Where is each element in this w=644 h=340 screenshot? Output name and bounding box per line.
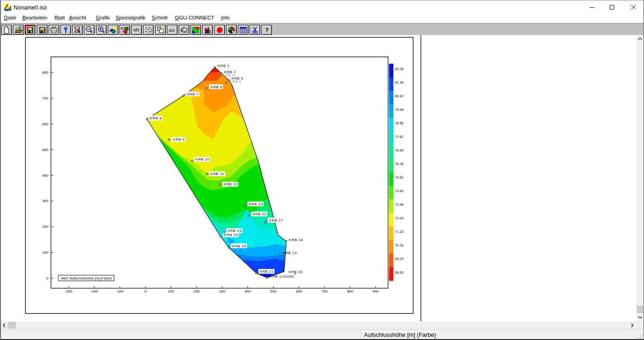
svg-text:-200: -200 (91, 289, 98, 293)
svg-text:900: 900 (373, 289, 379, 293)
svg-text:KRB 26: KRB 26 (232, 244, 246, 248)
svg-text:72.96: 72.96 (395, 203, 404, 207)
svg-text:600: 600 (42, 122, 49, 126)
svg-text:81.35: 81.35 (395, 80, 404, 85)
svg-text:73.89: 73.89 (395, 189, 404, 193)
svg-text:400: 400 (245, 289, 251, 293)
svg-text:KRB 13: KRB 13 (224, 182, 238, 186)
svg-text:74.82: 74.82 (395, 175, 404, 179)
svg-text:68.30: 68.30 (395, 270, 404, 274)
svg-text:K: K (121, 26, 124, 31)
svg-text:KRB 24: KRB 24 (224, 233, 238, 237)
svg-text:71.10: 71.10 (395, 230, 404, 234)
svg-text:0: 0 (145, 289, 147, 293)
svg-text:600: 600 (296, 289, 302, 293)
svg-text:KRB 21: KRB 21 (260, 269, 274, 274)
svg-text:500: 500 (42, 148, 49, 152)
svg-text:KRB 19: KRB 19 (283, 251, 297, 255)
svg-text:79.48: 79.48 (395, 108, 404, 112)
svg-text:700: 700 (322, 289, 328, 293)
svg-text:500: 500 (271, 289, 277, 293)
svg-text:KRB 1: KRB 1 (218, 64, 229, 68)
svg-text:100: 100 (168, 289, 174, 293)
svg-text:aut: aut (168, 28, 174, 33)
svg-text:700: 700 (42, 96, 49, 100)
svg-text:3: 3 (294, 273, 296, 275)
svg-text:200: 200 (194, 289, 200, 293)
svg-text:78.55: 78.55 (395, 121, 404, 125)
svg-text:70.16: 70.16 (395, 243, 404, 247)
svg-text:KRB 23: KRB 23 (228, 229, 242, 233)
svg-text:-100: -100 (116, 289, 124, 293)
svg-text:KRB 1/11033: KRB 1/11033 (270, 274, 294, 279)
svg-text:KRB 5: KRB 5 (229, 80, 241, 84)
svg-text:?: ? (265, 27, 269, 33)
svg-text:KRB 6: KRB 6 (210, 85, 222, 89)
svg-text:Wert: Aufschlusshöhe [m] (Farb: Wert: Aufschlusshöhe [m] (Farbe) (61, 276, 112, 280)
svg-text:0: 0 (47, 276, 49, 280)
svg-text:76.69: 76.69 (395, 148, 404, 152)
svg-text:KRB 8: KRB 8 (150, 116, 162, 120)
svg-text:300: 300 (42, 199, 49, 203)
svg-text:77.62: 77.62 (395, 135, 404, 139)
svg-text:800: 800 (42, 71, 49, 75)
svg-text:KRB 15: KRB 15 (249, 202, 263, 206)
svg-text:75.76: 75.76 (395, 162, 404, 166)
svg-text:400: 400 (42, 174, 49, 178)
svg-text:KRB 22: KRB 22 (252, 212, 266, 216)
svg-text:800: 800 (347, 289, 353, 293)
svg-text:KRB 9: KRB 9 (173, 137, 185, 142)
svg-text:69.23: 69.23 (395, 257, 404, 261)
svg-text:200: 200 (42, 225, 49, 229)
svg-text:KRB 11: KRB 11 (210, 172, 224, 176)
svg-text:KRB 7: KRB 7 (187, 92, 199, 96)
svg-text:KRB 17: KRB 17 (269, 218, 283, 222)
svg-text:80.42: 80.42 (395, 94, 404, 98)
svg-text:KRB 10: KRB 10 (196, 157, 210, 161)
svg-text:82.28: 82.28 (395, 67, 404, 71)
svg-text:-300: -300 (65, 289, 73, 293)
svg-text:vH: vH (134, 28, 139, 33)
svg-text:300: 300 (219, 289, 225, 293)
svg-text:KRB 18: KRB 18 (289, 238, 303, 242)
svg-text:100: 100 (42, 250, 49, 255)
svg-text:72.03: 72.03 (395, 216, 404, 220)
